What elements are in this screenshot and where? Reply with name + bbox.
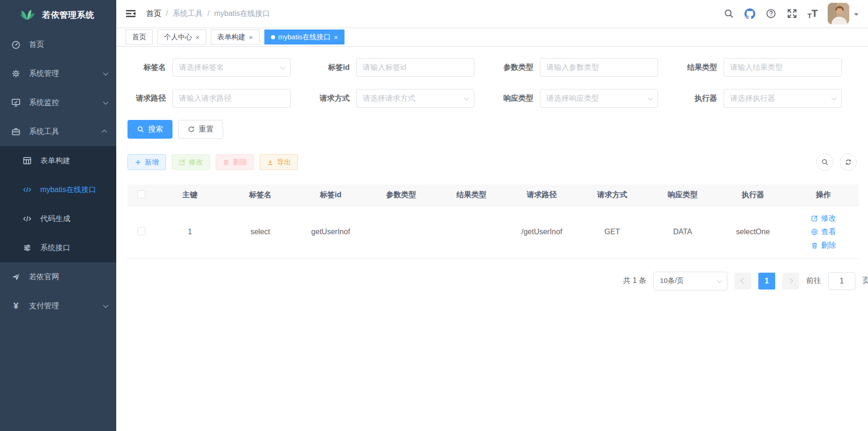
- sidebar-item-label: mybatis在线接口: [40, 185, 96, 195]
- sidebar-item-code-gen[interactable]: 代码生成: [0, 204, 116, 233]
- search-icon[interactable]: [723, 8, 734, 19]
- sidebar-item-system-api[interactable]: 系统接口: [0, 233, 116, 262]
- field-executor: 执行器 请选择执行器: [679, 89, 862, 108]
- goto-page-input[interactable]: [828, 272, 855, 290]
- add-button-label: 新增: [145, 158, 159, 167]
- row-edit-link[interactable]: 修改: [811, 214, 836, 223]
- close-icon[interactable]: ×: [195, 34, 200, 41]
- tab-mybatis-api[interactable]: mybatis在线接口 ×: [264, 30, 344, 45]
- tag-tab-bar: 首页 个人中心 × 表单构建 × mybatis在线接口 ×: [116, 28, 868, 47]
- search-button[interactable]: 搜索: [127, 120, 172, 139]
- close-icon[interactable]: ×: [334, 34, 338, 41]
- page-number-1[interactable]: 1: [758, 273, 775, 290]
- yen-icon: ¥: [11, 301, 21, 311]
- app-logo[interactable]: 若依管理系统: [0, 0, 116, 30]
- request-path-input[interactable]: [172, 89, 291, 108]
- request-method-select[interactable]: 请选择请求方式: [356, 89, 474, 108]
- edit-icon: [811, 215, 818, 222]
- row-view-link[interactable]: 查看: [811, 227, 836, 237]
- tab-home[interactable]: 首页: [126, 30, 153, 45]
- dashboard-icon: [11, 40, 21, 49]
- cell-param-type: [366, 206, 436, 258]
- sidebar-fold-icon[interactable]: [125, 7, 137, 20]
- tag-name-select[interactable]: 请选择标签名: [172, 58, 291, 77]
- app-title: 若依管理系统: [42, 9, 94, 21]
- sidebar-item-label: 系统监控: [29, 98, 59, 108]
- eye-icon: [811, 228, 818, 236]
- tab-profile[interactable]: 个人中心 ×: [157, 30, 206, 45]
- tag-id-input[interactable]: [356, 58, 474, 77]
- column-header: 执行器: [718, 185, 788, 206]
- github-icon[interactable]: [744, 8, 756, 19]
- help-icon[interactable]: [765, 8, 777, 19]
- add-button[interactable]: 新增: [127, 154, 166, 170]
- row-checkbox[interactable]: [137, 227, 145, 235]
- select-placeholder: 请选择标签名: [179, 63, 277, 73]
- sidebar-item-label: 系统接口: [40, 243, 70, 253]
- caret-down-icon[interactable]: [854, 13, 859, 16]
- sidebar-item-official-site[interactable]: 若依官网: [0, 262, 116, 291]
- tab-label: 表单构建: [217, 33, 246, 42]
- sidebar-item-payment-mgmt[interactable]: ¥ 支付管理: [0, 291, 116, 320]
- search-form-row-2: 请求路径 请求方式 请选择请求方式 响应类型 请选择响应类型: [127, 89, 859, 108]
- field-label: 执行器: [679, 94, 724, 104]
- table-row[interactable]: 1 select getUserInof /getUserInof GET DA…: [127, 206, 859, 258]
- delete-button[interactable]: 删除: [216, 154, 254, 170]
- result-type-input[interactable]: [724, 58, 842, 77]
- sidebar-item-form-builder[interactable]: 表单构建: [0, 146, 116, 175]
- field-label: 请求路径: [127, 94, 172, 104]
- pagination-total: 共 1 条: [623, 276, 646, 286]
- close-icon[interactable]: ×: [249, 34, 253, 41]
- page-size-select[interactable]: 10条/页: [653, 272, 727, 290]
- breadcrumb-item-home[interactable]: 首页: [146, 9, 161, 19]
- field-tag-name: 标签名 请选择标签名: [127, 58, 311, 77]
- field-param-type: 参数类型: [495, 58, 679, 77]
- navbar-actions: TT: [723, 3, 859, 24]
- code-icon: [22, 185, 32, 194]
- column-header: 标签名: [225, 185, 295, 206]
- sidebar-item-label: 支付管理: [29, 301, 59, 311]
- sidebar-item-mybatis-api[interactable]: mybatis在线接口: [0, 175, 116, 204]
- reset-button[interactable]: 重置: [178, 120, 223, 139]
- show-search-button[interactable]: [816, 154, 833, 171]
- font-size-icon[interactable]: TT: [808, 7, 818, 20]
- select-placeholder: 请选择执行器: [730, 94, 829, 104]
- user-menu[interactable]: [828, 3, 859, 24]
- row-delete-link[interactable]: 删除: [811, 241, 836, 251]
- field-request-path: 请求路径: [127, 89, 311, 108]
- response-type-select[interactable]: 请选择响应类型: [540, 89, 658, 108]
- page-size-value: 10条/页: [660, 276, 684, 285]
- row-delete-label: 删除: [821, 241, 836, 251]
- sidebar-item-system-tools[interactable]: 系统工具: [0, 117, 116, 146]
- tab-form-builder[interactable]: 表单构建 ×: [211, 30, 260, 45]
- table-toolbar: 新增 修改 删除 导出: [127, 154, 859, 171]
- edit-button[interactable]: 修改: [172, 154, 210, 170]
- table-header-row: 主键 标签名 标签id 参数类型 结果类型 请求路径 请求方式 响应类型 执行器…: [127, 185, 859, 206]
- prev-page-button[interactable]: [734, 273, 751, 290]
- delete-button-label: 删除: [233, 158, 247, 167]
- column-header: 主键: [155, 185, 225, 206]
- next-page-button[interactable]: [782, 273, 799, 290]
- param-type-input[interactable]: [540, 58, 658, 77]
- sidebar-item-system-mgmt[interactable]: 系统管理: [0, 59, 116, 88]
- page-content: 标签名 请选择标签名 标签id 参数类型 结果类型: [116, 47, 868, 431]
- edit-button-label: 修改: [189, 158, 203, 167]
- select-all-checkbox[interactable]: [137, 190, 145, 198]
- cell-executor: selectOne: [718, 206, 788, 258]
- monitor-icon: [11, 98, 21, 107]
- executor-select[interactable]: 请选择执行器: [724, 89, 842, 108]
- chevron-down-icon: [103, 99, 108, 104]
- avatar[interactable]: [828, 3, 849, 24]
- chevron-up-icon: [102, 130, 107, 135]
- refresh-table-button[interactable]: [840, 154, 857, 171]
- sliders-icon: [22, 243, 32, 253]
- page-unit-label: 页: [862, 276, 868, 286]
- sidebar-item-home[interactable]: 首页: [0, 30, 116, 59]
- chevron-down-icon: [831, 95, 837, 100]
- fullscreen-icon[interactable]: [786, 8, 798, 19]
- breadcrumb-item-tools: 系统工具: [172, 9, 202, 19]
- breadcrumb-item-current: mybatis在线接口: [214, 9, 270, 19]
- sidebar-item-system-monitor[interactable]: 系统监控: [0, 88, 116, 117]
- export-button[interactable]: 导出: [260, 154, 298, 170]
- goto-label: 前往: [806, 276, 821, 286]
